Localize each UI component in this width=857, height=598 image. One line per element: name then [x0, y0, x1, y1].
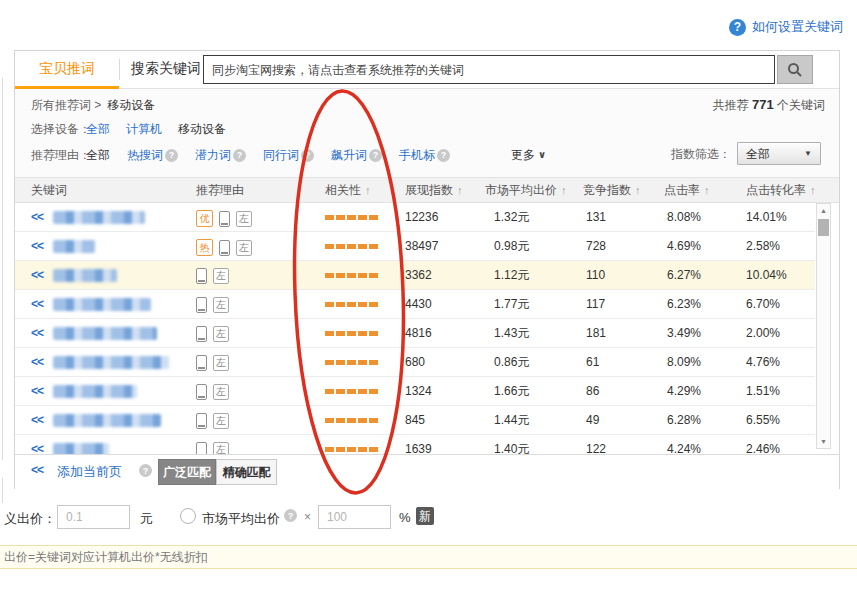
left-badge: 左	[213, 326, 229, 342]
column-header-6[interactable]: 竞争指数↑	[583, 178, 641, 202]
sort-arrow-icon[interactable]: ↑	[561, 184, 567, 196]
add-keyword-arrows-icon[interactable]: <<	[31, 290, 43, 318]
keyword-blurred	[53, 443, 109, 454]
add-page-arrows-icon[interactable]: <<	[31, 463, 43, 477]
market-price-help-icon[interactable]: ?	[284, 509, 297, 522]
reason-option[interactable]: 同行词?	[263, 146, 314, 164]
scrollbar-thumb[interactable]	[818, 219, 829, 236]
reason-help-icon[interactable]: ?	[437, 149, 450, 162]
table-row[interactable]: <<热左384970.98元7284.69%2.58%	[15, 232, 815, 261]
ctr-value: 6.27%	[667, 261, 701, 289]
reason-option[interactable]: 热搜词?	[127, 146, 178, 164]
mobile-phone-icon	[196, 297, 207, 313]
reason-option[interactable]: 全部	[86, 146, 110, 164]
table-header: 关键词推荐理由相关性↑展现指数↑市场平均出价↑竞争指数↑点击率↑点击转化率↑	[15, 177, 839, 203]
device-option-计算机[interactable]: 计算机	[126, 120, 162, 138]
exact-match-button[interactable]: 精确匹配	[216, 459, 277, 485]
column-header-4[interactable]: 展现指数↑	[405, 178, 463, 202]
table-row[interactable]: <<左6800.86元618.09%4.76%	[15, 348, 815, 377]
sort-arrow-icon[interactable]: ↑	[457, 184, 463, 196]
reason-option-同行词[interactable]: 同行词	[263, 146, 299, 164]
table-row[interactable]: <<左8451.44元496.28%6.55%	[15, 406, 815, 435]
table-row[interactable]: <<左13241.66元864.29%1.51%	[15, 377, 815, 406]
relevance-bars	[325, 418, 378, 423]
reason-option-热搜词[interactable]: 热搜词	[127, 146, 163, 164]
device-option-全部[interactable]: 全部	[86, 120, 110, 138]
reason-option-手机标[interactable]: 手机标	[399, 146, 435, 164]
column-header-8[interactable]: 点击转化率↑	[746, 178, 816, 202]
device-option[interactable]: 移动设备	[178, 120, 226, 138]
reason-option-潜力词[interactable]: 潜力词	[195, 146, 231, 164]
market-avg-price-value: 1.44元	[494, 406, 529, 434]
tab-search-keyword[interactable]: 搜索关键词	[120, 51, 212, 86]
market-avg-price-value: 1.40元	[494, 435, 529, 454]
table-row[interactable]: <<优左122361.32元1318.08%14.01%	[15, 203, 815, 232]
reason-option-飙升词[interactable]: 飙升词	[331, 146, 367, 164]
add-keyword-arrows-icon[interactable]: <<	[31, 348, 43, 376]
market-avg-price-value: 1.32元	[494, 203, 529, 231]
sort-arrow-icon[interactable]: ↑	[365, 184, 371, 196]
add-keyword-arrows-icon[interactable]: <<	[31, 435, 43, 454]
reason-help-icon[interactable]: ?	[301, 149, 314, 162]
ctr-value: 8.09%	[667, 348, 701, 376]
how-to-set-keywords-link[interactable]: ? 如何设置关键词	[729, 18, 843, 36]
sort-arrow-icon[interactable]: ↑	[810, 184, 816, 196]
breadcrumb-root[interactable]: 所有推荐词 >	[31, 98, 101, 112]
reason-help-icon[interactable]: ?	[369, 149, 382, 162]
add-page-help-icon[interactable]: ?	[139, 464, 152, 477]
reason-badges: 左	[196, 326, 229, 342]
market-price-radio[interactable]	[180, 508, 196, 524]
table-body: <<优左122361.32元1318.08%14.01%<<热左384970.9…	[15, 203, 815, 454]
device-option[interactable]: 全部	[86, 120, 110, 138]
table-scrollbar[interactable]: ▲ ▼	[816, 203, 831, 449]
device-option[interactable]: 计算机	[126, 120, 162, 138]
table-footer-bar: << 添加当前页 ? 广泛匹配 精确匹配	[15, 454, 839, 489]
search-button[interactable]	[777, 55, 813, 84]
add-keyword-arrows-icon[interactable]: <<	[31, 261, 43, 289]
impression-index-value: 4816	[405, 319, 432, 347]
cvr-value: 4.76%	[746, 348, 780, 376]
column-header-5[interactable]: 市场平均出价↑	[485, 178, 567, 202]
sort-arrow-icon[interactable]: ↑	[704, 184, 710, 196]
device-option-移动设备[interactable]: 移动设备	[178, 120, 226, 138]
keyword-blurred	[53, 269, 117, 282]
reason-option[interactable]: 手机标?	[399, 146, 450, 164]
table-row[interactable]: <<左33621.12元1106.27%10.04%	[15, 261, 815, 290]
scroll-up-arrow-icon[interactable]: ▲	[817, 204, 830, 217]
keyword-search-input[interactable]	[203, 55, 775, 84]
cvr-value: 6.70%	[746, 290, 780, 318]
tab-item-recommend[interactable]: 宝贝推词	[15, 51, 119, 89]
keyword-recommendation-panel: 宝贝推词 搜索关键词 所有推荐词 >移动设备 共推荐 771 个关键词 选择设备…	[14, 50, 840, 489]
index-filter-dropdown[interactable]: 全部 ▼	[737, 142, 821, 165]
relevance-bars	[325, 331, 378, 336]
more-filters-toggle[interactable]: 更多∨	[511, 146, 546, 164]
percent-input[interactable]	[318, 505, 391, 529]
table-row[interactable]: <<左48161.43元1813.49%2.00%	[15, 319, 815, 348]
sort-arrow-icon[interactable]: ↑	[635, 184, 641, 196]
custom-bid-input[interactable]	[57, 505, 130, 529]
table-row[interactable]: <<左44301.77元1176.23%6.70%	[15, 290, 815, 319]
add-keyword-arrows-icon[interactable]: <<	[31, 377, 43, 405]
competition-index-value: 181	[586, 319, 606, 347]
mobile-phone-icon	[196, 413, 207, 429]
reason-option-全部[interactable]: 全部	[86, 146, 110, 164]
add-keyword-arrows-icon[interactable]: <<	[31, 232, 43, 260]
market-average-price-label[interactable]: 市场平均出价	[202, 510, 280, 528]
column-header-7[interactable]: 点击率↑	[664, 178, 710, 202]
reason-option[interactable]: 潜力词?	[195, 146, 246, 164]
table-row[interactable]: <<左16391.40元1224.24%2.46%	[15, 435, 815, 454]
column-header-3[interactable]: 相关性↑	[325, 178, 371, 202]
device-filter-options: 全部计算机移动设备	[86, 120, 226, 138]
add-current-page-link[interactable]: 添加当前页	[57, 463, 122, 481]
reason-help-icon[interactable]: ?	[165, 149, 178, 162]
broad-match-button[interactable]: 广泛匹配	[158, 459, 216, 485]
reason-option[interactable]: 飙升词?	[331, 146, 382, 164]
relevance-bars	[325, 215, 378, 220]
add-keyword-arrows-icon[interactable]: <<	[31, 406, 43, 434]
mobile-phone-icon	[196, 355, 207, 371]
add-keyword-arrows-icon[interactable]: <<	[31, 319, 43, 347]
add-keyword-arrows-icon[interactable]: <<	[31, 203, 43, 231]
reason-help-icon[interactable]: ?	[233, 149, 246, 162]
market-avg-price-value: 1.77元	[494, 290, 529, 318]
scroll-down-arrow-icon[interactable]: ▼	[817, 435, 830, 448]
